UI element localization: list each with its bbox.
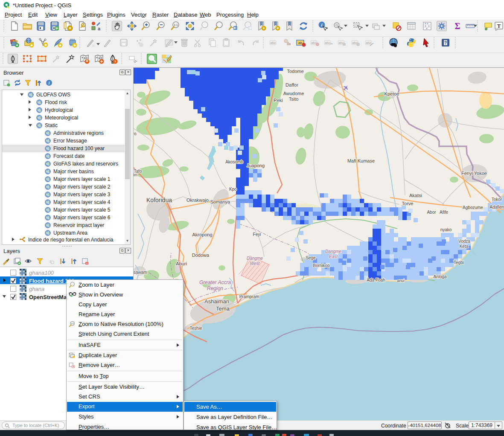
svg-text:i: i: [49, 81, 50, 85]
svg-text:T: T: [497, 23, 501, 29]
svg-text:abc: abc: [270, 41, 276, 45]
svg-text:1:1: 1:1: [71, 323, 74, 325]
svg-text:a: a: [98, 26, 101, 31]
svg-text:abc: abc: [366, 41, 371, 45]
svg-text:ab: ab: [298, 41, 302, 45]
svg-text:Σ: Σ: [454, 21, 460, 31]
svg-text:?: ?: [444, 41, 447, 45]
svg-text:abc: abc: [325, 41, 330, 45]
svg-text:1:1: 1:1: [174, 23, 178, 26]
svg-text:?: ?: [114, 60, 117, 64]
